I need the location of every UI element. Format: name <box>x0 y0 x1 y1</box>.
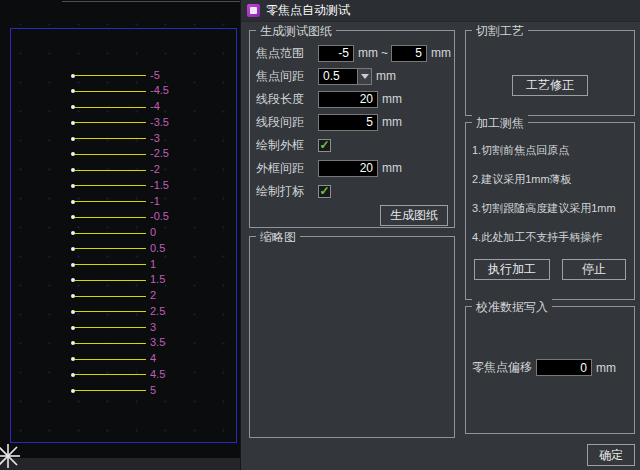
line-start-dot <box>71 357 75 361</box>
ok-button[interactable]: 确定 <box>587 444 635 466</box>
unit-mm: mm <box>376 69 396 83</box>
focus-value-label: 5 <box>150 384 156 397</box>
test-line <box>75 248 146 249</box>
frame-gap-input[interactable] <box>318 160 378 177</box>
test-line <box>75 107 146 108</box>
unit-mm: mm <box>382 161 402 175</box>
focus-value-label: 0.5 <box>150 242 165 255</box>
row-draw-frame: 绘制外框 ✓ <box>256 136 448 154</box>
line-start-dot <box>71 294 75 298</box>
row-focus-step: 焦点间距 0.5 mm <box>256 67 448 85</box>
focus-value-label: -4.5 <box>150 84 169 97</box>
line-start-dot <box>71 74 75 78</box>
line-start-dot <box>71 389 75 393</box>
group-title: 缩略图 <box>256 229 300 246</box>
group-title: 加工测焦 <box>472 115 528 132</box>
focus-value-label: 4 <box>150 352 156 365</box>
group-calibration-write: 校准数据写入 零焦点偏移 mm <box>465 306 635 434</box>
segment-length-input[interactable] <box>318 91 378 108</box>
line-start-dot <box>71 184 75 188</box>
segment-length-label: 线段长度 <box>256 91 318 108</box>
focus-value-label: -2.5 <box>150 147 169 160</box>
focus-value-label: 3 <box>150 321 156 334</box>
row-generate-button: 生成图纸 <box>256 205 448 223</box>
test-line <box>75 75 146 76</box>
row-draw-mark: 绘制打标 ✓ <box>256 182 448 200</box>
test-line <box>75 296 146 297</box>
segment-gap-input[interactable] <box>318 114 378 131</box>
focus-value-label: 3.5 <box>150 336 165 349</box>
focus-buttons: 执行加工 停止 <box>472 259 628 280</box>
group-generate-test-drawing: 生成测试图纸 焦点范围 mm ~ mm 焦点间距 0.5 mm 线段长度 <box>249 30 455 228</box>
test-line <box>75 264 146 265</box>
line-start-dot <box>71 231 75 235</box>
group-title: 校准数据写入 <box>472 299 552 316</box>
focus-step-label: 焦点间距 <box>256 68 318 85</box>
line-start-dot <box>71 105 75 109</box>
range-tilde: ~ <box>381 46 388 60</box>
row-focus-range: 焦点范围 mm ~ mm <box>256 44 448 62</box>
chevron-down-icon[interactable] <box>357 69 371 84</box>
segment-gap-label: 线段间距 <box>256 114 318 131</box>
line-start-dot <box>71 326 75 330</box>
focus-step-dropdown[interactable]: 0.5 <box>318 68 372 85</box>
test-line <box>75 170 146 171</box>
focus-range-label: 焦点范围 <box>256 45 318 62</box>
focus-value-label: 0 <box>150 226 156 239</box>
row-segment-gap: 线段间距 mm <box>256 113 448 131</box>
focus-note-3: 3.切割跟随高度建议采用1mm <box>472 201 628 214</box>
dialog-icon <box>247 4 260 17</box>
zero-focus-offset-label: 零焦点偏移 <box>472 359 536 376</box>
test-line <box>75 154 146 155</box>
line-start-dot <box>71 121 75 125</box>
canvas-bottom-strip <box>0 458 240 470</box>
generate-drawing-button[interactable]: 生成图纸 <box>380 205 448 226</box>
test-line <box>75 122 146 123</box>
canvas-top-line <box>62 1 240 2</box>
row-zero-focus-offset: 零焦点偏移 mm <box>472 359 628 376</box>
draw-frame-label: 绘制外框 <box>256 137 318 154</box>
dialog-title: 零焦点自动测试 <box>266 2 350 19</box>
test-line <box>75 138 146 139</box>
draw-mark-label: 绘制打标 <box>256 183 318 200</box>
focus-value-label: 2 <box>150 289 156 302</box>
focus-note-1: 1.切割前焦点回原点 <box>472 143 628 156</box>
stop-button[interactable]: 停止 <box>562 259 626 280</box>
test-line <box>75 201 146 202</box>
group-title: 切割工艺 <box>472 23 528 40</box>
execute-machining-button[interactable]: 执行加工 <box>474 259 550 280</box>
focus-value-label: -4 <box>150 100 160 113</box>
focus-value-label: 4.5 <box>150 368 165 381</box>
unit-mm: mm <box>596 361 616 375</box>
focus-value-label: -3 <box>150 132 160 145</box>
focus-note-4: 4.此处加工不支持手柄操作 <box>472 230 628 243</box>
test-line <box>75 374 146 375</box>
zero-focus-offset-input[interactable] <box>536 359 592 376</box>
test-line <box>75 390 146 391</box>
line-start-dot <box>71 373 75 377</box>
group-cutting-process: 切割工艺 工艺修正 <box>465 30 635 116</box>
unit-mm: mm <box>358 46 378 60</box>
focus-range-min-input[interactable] <box>318 45 354 62</box>
draw-mark-checkbox[interactable]: ✓ <box>318 185 331 198</box>
focus-value-label: 1 <box>150 258 156 271</box>
screen: -5-4.5-4-3.5-3-2.5-2-1.5-1-0.500.511.522… <box>0 0 640 470</box>
test-line <box>75 233 146 234</box>
draw-frame-checkbox[interactable]: ✓ <box>318 139 331 152</box>
line-start-dot <box>71 310 75 314</box>
test-line <box>75 280 146 281</box>
focus-note-2: 2.建议采用1mm薄板 <box>472 172 628 185</box>
dialog-titlebar[interactable]: 零焦点自动测试 <box>241 0 640 22</box>
group-thumbnail: 缩略图 <box>249 236 455 438</box>
process-correction-button[interactable]: 工艺修正 <box>512 75 588 96</box>
line-start-dot <box>71 200 75 204</box>
focus-value-label: -3.5 <box>150 116 169 129</box>
group-focus-test: 加工测焦 1.切割前焦点回原点 2.建议采用1mm薄板 3.切割跟随高度建议采用… <box>465 122 635 300</box>
focus-value-label: 1.5 <box>150 273 165 286</box>
group-title: 生成测试图纸 <box>256 23 336 40</box>
row-frame-gap: 外框间距 mm <box>256 159 448 177</box>
row-segment-length: 线段长度 mm <box>256 90 448 108</box>
line-start-dot <box>71 168 75 172</box>
focus-value-label: -1.5 <box>150 179 169 192</box>
focus-range-max-input[interactable] <box>391 45 427 62</box>
